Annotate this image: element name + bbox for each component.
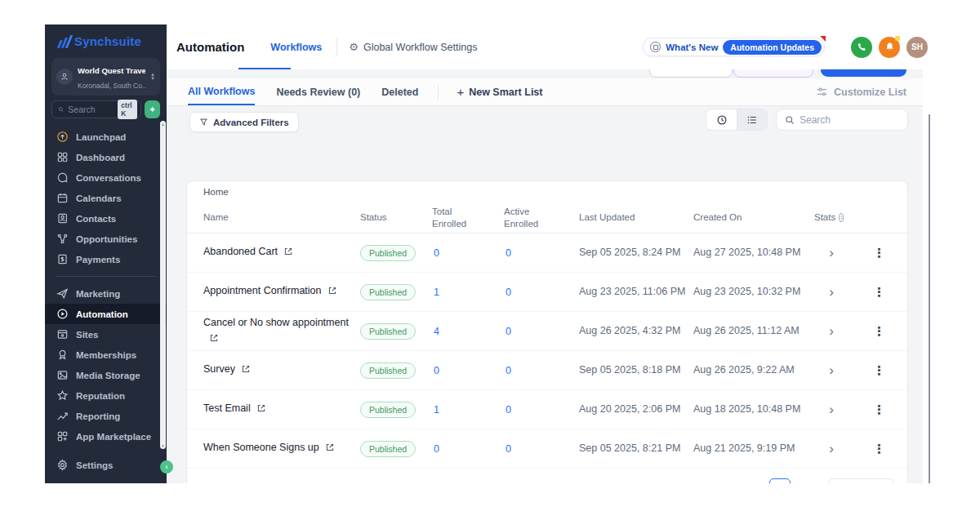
- sidebar-item-dashboard[interactable]: Dashboard: [45, 147, 167, 167]
- customize-list-button[interactable]: Customize List: [816, 86, 906, 98]
- sidebar-item-memberships[interactable]: Memberships: [45, 345, 167, 365]
- info-icon: i: [839, 213, 844, 222]
- table-row[interactable]: Survey Published 0 0 Sep 05 2025, 8:18 P…: [187, 351, 907, 390]
- scroll-up-icon[interactable]: ▲: [161, 122, 165, 127]
- external-link-icon[interactable]: [327, 285, 337, 300]
- brand-logo[interactable]: Synchsuite: [45, 24, 167, 56]
- sidebar-item-reporting[interactable]: Reporting: [45, 406, 167, 426]
- active-enrolled-value[interactable]: 0: [504, 326, 579, 337]
- automation-updates-badge[interactable]: Automation Updates: [723, 40, 822, 55]
- page-size-select[interactable]: 10 / page: [828, 478, 894, 484]
- row-expand-chevron[interactable]: ›: [814, 441, 860, 457]
- active-enrolled-value[interactable]: 0: [504, 443, 579, 455]
- notifications-button[interactable]: [879, 37, 900, 58]
- tab-all-workflows[interactable]: All Workflows: [188, 78, 255, 105]
- row-menu-kebab[interactable]: ⋮: [860, 363, 907, 378]
- window-scrollbar[interactable]: [929, 114, 930, 483]
- next-page-button[interactable]: Next: [799, 483, 820, 484]
- sidebar-item-marketing[interactable]: Marketing: [45, 283, 167, 304]
- table-row[interactable]: Cancel or No show appointment Published …: [187, 312, 907, 351]
- total-enrolled-value[interactable]: 1: [432, 287, 504, 298]
- dashboard-icon: [56, 151, 69, 163]
- partial-button-secondary[interactable]: [733, 69, 813, 78]
- sidebar-item-launchpad[interactable]: Launchpad: [45, 127, 167, 147]
- workflow-name-link[interactable]: Abandoned Cart: [203, 246, 278, 257]
- active-enrolled-value[interactable]: 0: [504, 287, 579, 298]
- sliders-icon: [816, 86, 828, 98]
- table-search-input[interactable]: [800, 114, 889, 126]
- row-menu-kebab[interactable]: ⋮: [860, 442, 907, 456]
- row-expand-chevron[interactable]: ›: [814, 402, 860, 418]
- sidebar-item-reputation[interactable]: Reputation: [45, 385, 167, 406]
- sidebar-item-opportunities[interactable]: Opportunities: [45, 229, 167, 249]
- tab-workflows[interactable]: Workflows: [270, 42, 322, 53]
- table-row[interactable]: When Someone Signs up Published 0 0 Sep …: [187, 429, 907, 469]
- external-link-icon[interactable]: [283, 246, 293, 261]
- sidebar-item-media-storage[interactable]: Media Storage: [45, 365, 167, 385]
- sidebar-item-automation[interactable]: Automation: [45, 304, 167, 324]
- advanced-filters-button[interactable]: Advanced Filters: [189, 112, 299, 132]
- sidebar-item-calendars[interactable]: Calendars: [45, 188, 167, 208]
- sidebar-item-settings[interactable]: Settings: [45, 455, 167, 475]
- list-view-button[interactable]: [737, 109, 767, 130]
- total-enrolled-value[interactable]: 0: [432, 365, 504, 376]
- row-menu-kebab[interactable]: ⋮: [860, 402, 907, 417]
- row-menu-kebab[interactable]: ⋮: [860, 246, 907, 260]
- partial-button-primary[interactable]: [821, 69, 906, 77]
- sidebar-item-payments[interactable]: Payments: [45, 249, 167, 269]
- table-row[interactable]: Test Email Published 1 0 Aug 20 2025, 2:…: [187, 390, 907, 429]
- sidebar-search-input[interactable]: [68, 104, 114, 114]
- table-row[interactable]: Abandoned Cart Published 0 0 Sep 05 2025…: [187, 233, 907, 273]
- workflow-name-link[interactable]: Appointment Confirmation: [203, 285, 322, 296]
- workflow-name-link[interactable]: Survey: [203, 363, 235, 375]
- external-link-icon[interactable]: [241, 363, 251, 379]
- sidebar-search[interactable]: ctrl K: [51, 100, 141, 118]
- tab-deleted[interactable]: Deleted: [381, 78, 418, 105]
- account-switcher[interactable]: World Quest Travel ... Koronadal, South …: [51, 58, 160, 96]
- active-enrolled-value[interactable]: 0: [504, 365, 579, 376]
- sidebar-item-sites[interactable]: Sites: [45, 324, 167, 345]
- row-menu-kebab[interactable]: ⋮: [860, 285, 907, 300]
- row-expand-chevron[interactable]: ›: [814, 245, 860, 261]
- col-name: Name: [187, 211, 360, 224]
- row-expand-chevron[interactable]: ›: [814, 284, 860, 300]
- sidebar-item-contacts[interactable]: Contacts: [45, 208, 167, 229]
- breadcrumb[interactable]: Home: [187, 181, 907, 202]
- total-enrolled-value[interactable]: 1: [432, 404, 504, 416]
- new-smart-list-button[interactable]: + New Smart List: [457, 85, 542, 99]
- active-enrolled-value[interactable]: 0: [504, 247, 579, 259]
- sidebar-collapse-button[interactable]: ‹: [160, 460, 173, 473]
- total-enrolled-value[interactable]: 0: [432, 247, 504, 259]
- active-enrolled-value[interactable]: 0: [504, 404, 579, 416]
- workflow-name-link[interactable]: Cancel or No show appointment: [203, 317, 349, 328]
- last-updated-value: Sep 05 2025, 8:18 PM: [579, 362, 693, 377]
- tab-needs-review[interactable]: Needs Review (0): [276, 78, 360, 105]
- user-avatar[interactable]: SH: [906, 37, 928, 58]
- row-expand-chevron[interactable]: ›: [814, 323, 860, 340]
- sidebar-scrollbar[interactable]: ▲ ▼: [160, 121, 166, 449]
- table-row[interactable]: Appointment Confirmation Published 1 0 A…: [187, 273, 907, 312]
- total-enrolled-value[interactable]: 4: [432, 326, 504, 337]
- external-link-icon[interactable]: [256, 402, 266, 418]
- row-expand-chevron[interactable]: ›: [814, 362, 860, 379]
- partial-button-ghost[interactable]: [649, 69, 733, 78]
- page-number-button[interactable]: 1: [769, 478, 791, 484]
- previous-page-button[interactable]: Previous: [722, 483, 762, 484]
- scroll-down-icon[interactable]: ▼: [161, 443, 165, 448]
- workflow-name-link[interactable]: Test Email: [203, 402, 251, 414]
- whats-new-pill[interactable]: What's New Automation Updates: [643, 38, 825, 56]
- active-tab-underline: [238, 68, 291, 69]
- phone-button[interactable]: [851, 37, 872, 58]
- status-badge: Published: [360, 441, 416, 457]
- history-view-button[interactable]: [706, 109, 737, 130]
- external-link-icon[interactable]: [209, 332, 219, 348]
- ai-assistant-button[interactable]: ✦: [145, 100, 160, 118]
- table-search[interactable]: [776, 109, 908, 131]
- external-link-icon[interactable]: [325, 442, 335, 457]
- sidebar-item-app-marketplace[interactable]: App Marketplace: [45, 426, 167, 447]
- global-workflow-settings-link[interactable]: ⚙ Global Workflow Settings: [349, 41, 477, 53]
- total-enrolled-value[interactable]: 0: [432, 443, 504, 455]
- row-menu-kebab[interactable]: ⋮: [860, 324, 907, 339]
- sidebar-item-conversations[interactable]: Conversations: [45, 167, 167, 188]
- workflow-name-link[interactable]: When Someone Signs up: [203, 442, 319, 453]
